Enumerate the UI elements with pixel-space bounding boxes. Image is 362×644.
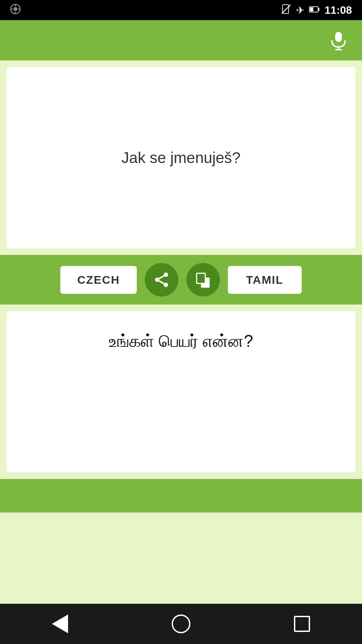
app-bar	[0, 20, 362, 60]
signal-icon	[10, 4, 21, 17]
battery-icon	[309, 5, 320, 15]
svg-point-15	[164, 272, 168, 277]
copy-button[interactable]	[186, 263, 220, 297]
back-icon	[52, 614, 68, 633]
home-button[interactable]	[172, 614, 190, 633]
svg-rect-9	[318, 8, 319, 11]
bottom-bar	[0, 479, 362, 513]
status-right: ✈ 11:08	[281, 4, 352, 16]
airplane-icon: ✈	[296, 4, 304, 16]
svg-point-17	[164, 283, 168, 287]
source-text: Jak se jmenuješ?	[121, 149, 240, 167]
copy-icon	[194, 271, 212, 288]
status-bar: ✈ 11:08	[0, 0, 362, 20]
lang-bar: CZECH TAMIL	[0, 255, 362, 305]
svg-line-18	[159, 281, 164, 284]
recents-icon	[294, 616, 310, 632]
no-sim-icon	[281, 4, 291, 16]
translated-panel: உங்கள் பெயர் என்ன?	[7, 311, 355, 472]
share-button[interactable]	[145, 263, 178, 297]
status-left	[10, 4, 21, 17]
share-icon	[153, 271, 170, 288]
status-time: 11:08	[324, 4, 352, 16]
mic-button[interactable]	[328, 30, 349, 50]
svg-line-7	[282, 5, 291, 13]
main-content: Jak se jmenuješ? CZECH TAMIL உங்கள் பெயர…	[0, 60, 362, 604]
svg-point-16	[155, 278, 159, 282]
target-language-button[interactable]: TAMIL	[228, 266, 302, 294]
mic-icon	[328, 30, 349, 50]
back-button[interactable]	[52, 614, 68, 633]
nav-bar	[0, 604, 362, 644]
source-panel: Jak se jmenuješ?	[7, 67, 355, 248]
home-icon	[172, 614, 190, 633]
recents-button[interactable]	[294, 616, 310, 632]
svg-rect-21	[196, 273, 205, 283]
svg-rect-12	[335, 32, 342, 42]
svg-line-19	[159, 276, 164, 279]
translated-text: உங்கள் பெயர் என்ன?	[109, 331, 253, 351]
source-language-button[interactable]: CZECH	[60, 266, 136, 294]
svg-point-1	[13, 7, 17, 11]
